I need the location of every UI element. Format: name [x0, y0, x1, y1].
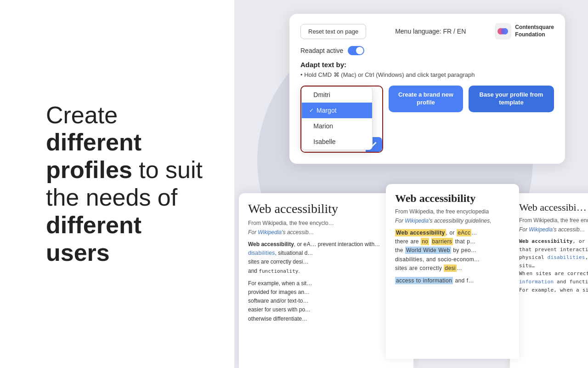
wiki-link-right[interactable]: Wikipedia — [529, 226, 553, 233]
profile-dropdown-menu[interactable]: Dmitri ✓ Margot Marion Isabelle — [301, 86, 373, 150]
menu-language-label: Menu language: FR / EN — [395, 28, 466, 35]
screenshot-right: Web accessibi… From Wikipedia, the free … — [510, 193, 588, 368]
reset-text-button[interactable]: Reset text on page — [300, 24, 366, 39]
wiki-link-normal[interactable]: Wikipedia — [258, 229, 282, 236]
screenshot-right-content: Web accessibi… From Wikipedia, the free … — [510, 193, 588, 368]
create-new-profile-button[interactable]: Create a brand new profile — [389, 86, 463, 112]
right-panel: Reset text on page Menu language: FR / E… — [234, 0, 588, 368]
wiki-italic-normal: For Wikipedia's accessib… — [248, 229, 404, 236]
wiki-from-highlighted: From Wikipedia, the free encyclopedia — [395, 208, 510, 215]
headline-bold2: different users — [46, 212, 141, 266]
wiki-disabilities-link[interactable]: disabilities — [248, 250, 275, 256]
headline: Create different profiles to suit the ne… — [46, 102, 207, 267]
dropdown-item-margot[interactable]: ✓ Margot — [302, 103, 372, 118]
logo-text: Contentsquare Foundation — [515, 24, 554, 38]
wiki-body-right: Web accessibility, or e… that prevent in… — [519, 237, 588, 294]
adapt-text-title: Adapt text by: — [300, 61, 554, 69]
toggle-thumb — [356, 47, 363, 54]
readapt-label: Readapt active — [300, 47, 343, 54]
screenshot-highlighted-content: Web accessibility From Wikipedia, the fr… — [386, 184, 519, 359]
wiki-italic-right: For Wikipedia's accessib… — [519, 226, 588, 233]
adapt-text-section: Adapt text by: Hold CMD ⌘ (Mac) or Ctrl … — [300, 61, 554, 78]
dropdown-item-marion[interactable]: Marion — [302, 118, 372, 134]
screenshots-row: Web accessibility From Wikipedia, the fr… — [234, 193, 588, 368]
base-from-template-button[interactable]: Base your profile from template — [469, 86, 554, 112]
wiki-body-highlighted: Web accessibility, or eAcc… there are no… — [395, 229, 510, 285]
profile-section: Dmitri ✓ Margot Marion Isabelle — [300, 86, 554, 153]
wiki-title-right: Web accessibi… — [519, 201, 588, 213]
dropdown-item-isabelle[interactable]: Isabelle — [302, 134, 372, 150]
contentsquare-logo-icon — [495, 23, 511, 40]
tool-panel-header: Reset text on page Menu language: FR / E… — [300, 23, 554, 40]
screenshot-highlighted: Web accessibility From Wikipedia, the fr… — [386, 184, 519, 359]
readapt-toggle[interactable] — [348, 46, 364, 55]
wiki-from-normal: From Wikipedia, the free encyclo… — [248, 220, 404, 226]
logo-area: Contentsquare Foundation — [495, 23, 554, 40]
tool-panel: Reset text on page Menu language: FR / E… — [289, 14, 565, 164]
readapt-row: Readapt active — [300, 46, 554, 55]
wiki-body-normal: Web accessibility, or eA… prevent intera… — [248, 240, 404, 323]
adapt-text-hint: Hold CMD ⌘ (Mac) or Ctrl (Windows) and c… — [300, 71, 554, 78]
wiki-from-right: From Wikipedia, the free encyc… — [519, 217, 588, 224]
wiki-italic-highlighted: For Wikipedia's accessibility guidelines… — [395, 218, 510, 224]
wiki-title-normal: Web accessibility — [248, 201, 404, 216]
dropdown-item-dmitri[interactable]: Dmitri — [302, 87, 372, 103]
headline-bold1: different profiles — [46, 129, 141, 183]
left-panel: Create different profiles to suit the ne… — [0, 0, 234, 368]
wiki-title-highlighted: Web accessibility — [395, 192, 510, 205]
svg-point-3 — [501, 28, 505, 34]
profile-dropdown-wrapper: Dmitri ✓ Margot Marion Isabelle — [300, 86, 383, 153]
wiki-link-highlighted[interactable]: Wikipedia — [405, 218, 429, 224]
